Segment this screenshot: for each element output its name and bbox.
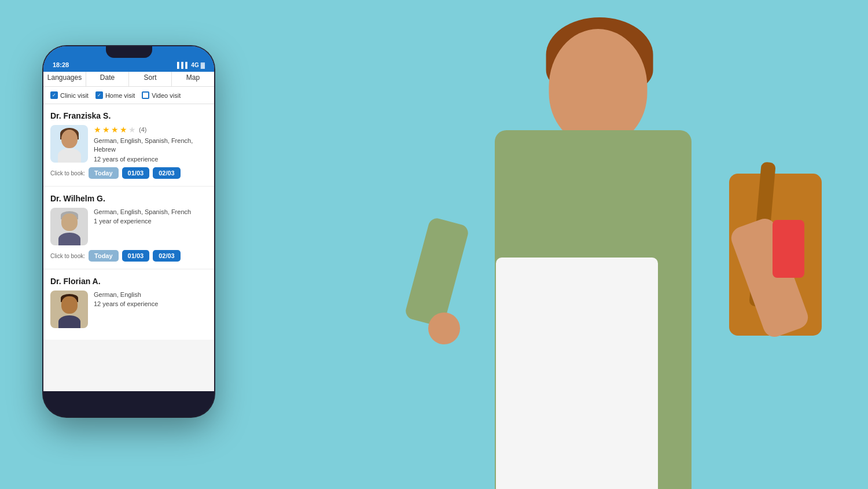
visit-type-home[interactable]: Home visit [95,91,135,99]
doctor-card-franziska: Dr. Franziska S. ★ ★ [43,104,214,186]
avatar-head [61,130,78,148]
book-today-wilhelm[interactable]: Today [89,250,119,262]
avatar-male-florian [50,291,88,328]
clinic-label: Clinic visit [60,92,89,99]
battery-icon: ▓ [201,62,205,68]
clinic-checkbox[interactable] [50,91,58,99]
doctor-experience-florian: 12 years of experience [94,300,207,307]
time-display: 18:28 [53,61,69,68]
book-date2-wilhelm[interactable]: 02/03 [153,250,181,262]
person-illustration [347,0,839,489]
star-4: ★ [120,125,127,134]
doctor-details-franziska: ★ ★ ★ ★ ★ (4) German, English, Spanish, … [94,125,207,163]
visit-type-clinic[interactable]: Clinic visit [50,91,89,99]
status-icons: ▌▌▌ 4G ▓ [177,62,205,68]
person-arm-left [404,216,470,328]
status-bar: 18:28 ▌▌▌ 4G ▓ [43,46,214,72]
video-checkbox[interactable] [142,91,149,99]
doctor-info-wilhelm: German, English, Spanish, French 1 year … [50,208,207,245]
doctor-experience-wilhelm: 1 year of experience [94,218,207,225]
star-5: ★ [128,125,136,134]
doctor-info-florian: German, English 12 years of experience [50,291,207,328]
person-jacket [495,130,692,489]
phone-notch [106,46,152,58]
doctor-info-franziska: ★ ★ ★ ★ ★ (4) German, English, Spanish, … [50,125,207,163]
avatar-head-florian [61,296,78,314]
phone-mockup: 18:28 ▌▌▌ 4G ▓ ‹ General Doctor (22 foun… [43,46,214,417]
phone-frame: 18:28 ▌▌▌ 4G ▓ ‹ General Doctor (22 foun… [43,46,214,417]
avatar-body-wilhelm [58,233,80,245]
doctor-name-franziska: Dr. Franziska S. [50,111,207,120]
book-date1-franziska[interactable]: 01/03 [122,167,150,179]
avatar-body [58,148,81,163]
book-today-franziska[interactable]: Today [89,167,119,179]
doctor-languages-franziska: German, English, Spanish, French, Hebrew [94,137,207,155]
network-icon: 4G [191,62,198,68]
doctors-list: Dr. Franziska S. ★ ★ [43,104,214,391]
doctor-avatar-florian [50,291,88,328]
visit-type-filters: Clinic visit Home visit Video visit [43,87,214,104]
click-to-book-wilhelm: Click to book: [50,253,85,259]
person-held-phone [773,220,804,278]
review-count-franziska: (4) [139,126,146,133]
click-to-book-franziska: Click to book: [50,170,85,177]
doctor-avatar-wilhelm [50,208,88,245]
star-1: ★ [94,125,101,134]
doctor-card-wilhelm: Dr. Wilhelm G. German, English, Spanish,… [43,187,214,269]
visit-type-video[interactable]: Video visit [142,91,181,99]
person-hand-left [428,312,460,344]
signal-icon: ▌▌▌ [177,62,189,68]
booking-row-wilhelm: Click to book: Today 01/03 02/03 [50,250,207,262]
doctor-rating-franziska: ★ ★ ★ ★ ★ (4) [94,125,207,134]
doctor-name-wilhelm: Dr. Wilhelm G. [50,194,207,203]
doctor-avatar-franziska [50,125,88,163]
avatar-body-florian [58,315,80,328]
status-time: 18:28 [53,61,69,68]
video-label: Video visit [152,92,181,99]
star-3: ★ [111,125,119,134]
doctor-experience-franziska: 12 years of experience [94,156,207,163]
person-shirt [496,258,658,489]
doctor-details-wilhelm: German, English, Spanish, French 1 year … [94,208,207,245]
home-label: Home visit [105,92,135,99]
avatar-male-wilhelm [50,208,88,245]
star-2: ★ [102,125,110,134]
doctor-languages-florian: German, English [94,291,207,299]
booking-row-franziska: Click to book: Today 01/03 02/03 [50,167,207,179]
book-date2-franziska[interactable]: 02/03 [153,167,181,179]
doctor-details-florian: German, English 12 years of experience [94,291,207,328]
book-date1-wilhelm[interactable]: 01/03 [122,250,150,262]
home-checkbox[interactable] [95,91,103,99]
doctor-languages-wilhelm: German, English, Spanish, French [94,208,207,216]
avatar-female-franziska [50,125,88,163]
doctor-card-florian: Dr. Florian A. German, English 12 years … [43,270,214,340]
person-head [549,29,648,145]
phone-screen: ‹ General Doctor (22 found) ⋮ Languages … [43,46,214,391]
doctor-name-florian: Dr. Florian A. [50,277,207,286]
avatar-head-wilhelm [61,214,78,231]
